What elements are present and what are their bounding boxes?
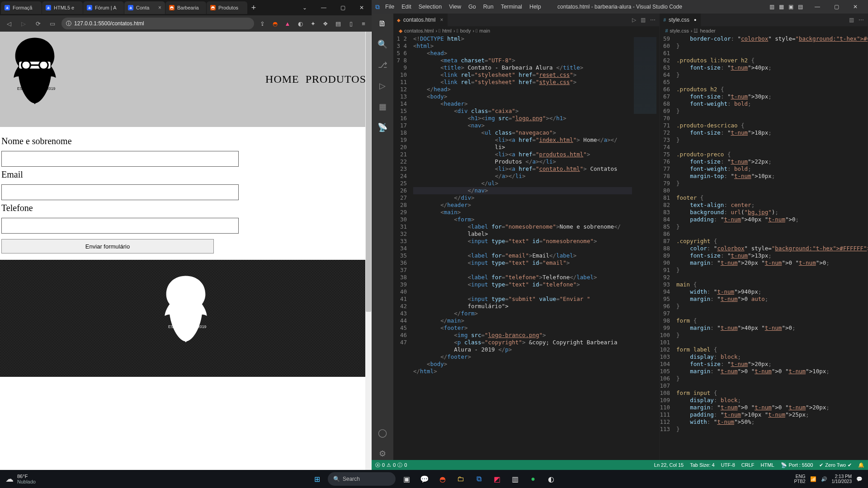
app-icon[interactable]: ◐ xyxy=(544,472,558,486)
minimize-button[interactable]: — xyxy=(315,1,333,14)
sidebar-icon[interactable]: ▤ xyxy=(334,19,343,28)
svg-text:2019: 2019 xyxy=(198,324,206,329)
intellij-icon[interactable]: ◩ xyxy=(490,472,504,486)
gear-icon[interactable]: ⚙ xyxy=(376,447,389,460)
submit-button[interactable]: Enviar formulário xyxy=(1,239,214,253)
layout-icon[interactable]: ▤ xyxy=(798,4,803,10)
close-icon[interactable]: × xyxy=(440,17,443,23)
account-icon[interactable]: ◯ xyxy=(376,427,389,439)
layout-icon[interactable]: ▦ xyxy=(779,4,784,10)
status-tabsize[interactable]: Tab Size: 4 xyxy=(690,462,714,468)
status-cursor[interactable]: Ln 22, Col 15 xyxy=(654,462,684,468)
new-tab-button[interactable]: + xyxy=(248,3,259,13)
language-indicator[interactable]: ENGPTB2 xyxy=(794,474,805,484)
close-button[interactable]: ✕ xyxy=(353,1,371,14)
input-email[interactable] xyxy=(1,184,239,200)
status-port[interactable]: 📡 Port : 5500 xyxy=(781,462,813,468)
wifi-icon[interactable]: 📶 xyxy=(810,476,816,482)
status-encoding[interactable]: UTF-8 xyxy=(721,462,735,468)
status-bell-icon[interactable]: 🔔 xyxy=(858,462,864,468)
share-icon[interactable]: ⇪ xyxy=(258,19,267,28)
taskbar-clock[interactable]: 2:13 PM1/10/2023 xyxy=(832,474,852,484)
menu-edit[interactable]: Edit xyxy=(401,4,411,10)
back-button[interactable]: ◁ xyxy=(4,18,14,29)
minimize-button[interactable]: — xyxy=(808,4,826,10)
reload-button[interactable]: ⟳ xyxy=(33,18,43,29)
maximize-button[interactable]: ▢ xyxy=(827,4,845,10)
extension-icon[interactable]: ◐ xyxy=(296,19,305,28)
search-icon[interactable]: 🔍 xyxy=(376,38,389,51)
nav-produtos[interactable]: PRODUTOS xyxy=(306,73,366,85)
explorer-icon[interactable]: 🗀 xyxy=(453,472,468,486)
status-language[interactable]: HTML xyxy=(761,462,774,468)
extensions-icon[interactable]: ▦ xyxy=(376,100,389,113)
taskbar-weather[interactable]: ☁ 86°FNublado xyxy=(0,474,36,484)
editor-tab[interactable]: ◆contatos.html× xyxy=(393,14,448,26)
vscode-icon[interactable]: ⧉ xyxy=(472,472,486,486)
menu-icon[interactable]: ≡ xyxy=(359,19,368,28)
browser-tab[interactable]: ◓Barbearia xyxy=(165,1,206,14)
browser-tab[interactable]: aFórum | A xyxy=(83,1,124,14)
run-icon[interactable]: ▷ xyxy=(632,17,636,23)
menu-terminal[interactable]: Terminal xyxy=(501,4,522,10)
evernote-icon[interactable]: ● xyxy=(526,472,540,486)
menu-run[interactable]: Run xyxy=(483,4,494,10)
editor-tab[interactable]: #style.css xyxy=(660,14,701,26)
forward-button[interactable]: ▷ xyxy=(18,18,29,29)
browser-tab[interactable]: ◓Produtos xyxy=(207,1,247,14)
menu-go[interactable]: Go xyxy=(468,4,476,10)
extensions-icon[interactable]: ✦ xyxy=(308,19,317,28)
close-button[interactable]: ✕ xyxy=(846,4,864,10)
browser-tab[interactable]: aFormaçã xyxy=(1,1,42,14)
input-nome[interactable] xyxy=(1,151,239,167)
wallet-icon[interactable]: ▯ xyxy=(346,19,355,28)
rewards-icon[interactable]: ▲ xyxy=(283,19,292,28)
split-editor-icon[interactable]: ▥ xyxy=(849,17,854,23)
address-bar[interactable]: ⓘ 127.0.0.1:5500/contatos.html xyxy=(61,18,254,29)
split-editor-icon[interactable]: ▥ xyxy=(641,17,646,23)
menu-help[interactable]: Help xyxy=(529,4,541,10)
notion-icon[interactable]: ▥ xyxy=(508,472,522,486)
caret-down-icon[interactable]: ⌄ xyxy=(296,1,314,14)
explorer-icon[interactable]: 🗎 xyxy=(376,17,389,30)
maximize-button[interactable]: ▢ xyxy=(334,1,352,14)
browser-tab[interactable]: aHTML5 e xyxy=(42,1,83,14)
close-icon[interactable]: × xyxy=(158,5,161,11)
status-ext[interactable]: ✔ Zero Two ✔ xyxy=(819,462,852,468)
menu-selection[interactable]: Selection xyxy=(419,4,442,10)
start-button[interactable]: ⊞ xyxy=(310,472,324,486)
vscode-logo-icon: ⧉ xyxy=(375,3,380,11)
bookmark-icon[interactable]: ▭ xyxy=(47,18,58,29)
status-eol[interactable]: CRLF xyxy=(741,462,755,468)
live-server-icon[interactable]: 📡 xyxy=(376,121,389,134)
more-icon[interactable]: ⋯ xyxy=(650,17,656,23)
notifications-icon[interactable]: 💬 xyxy=(856,476,863,482)
input-telefone[interactable] xyxy=(1,218,239,234)
windows-taskbar: ☁ 86°FNublado ⊞ 🔍Search ▣ 💬 ◓ 🗀 ⧉ ◩ ▥ ● … xyxy=(0,470,868,488)
code-editor-css[interactable]: 59 60 61 62 63 64 65 66 67 68 69 70 71 7… xyxy=(660,35,868,460)
system-tray: ENGPTB2 📶 🔊 2:13 PM1/10/2023 💬 xyxy=(794,474,868,484)
teams-icon[interactable]: 💬 xyxy=(417,472,432,486)
vscode-window: ⧉ FileEditSelectionViewGoRunTerminalHelp… xyxy=(372,0,868,470)
menu-file[interactable]: File xyxy=(385,4,394,10)
task-view-icon[interactable]: ▣ xyxy=(399,472,414,486)
breadcrumb[interactable]: ◆contatos.html › ⃞ html › ⃞ body › ⃞ mai… xyxy=(393,26,659,35)
puzzle-icon[interactable]: ❖ xyxy=(321,19,330,28)
breadcrumb[interactable]: #style.css › ☳ header xyxy=(660,26,868,35)
minimap[interactable] xyxy=(632,35,659,460)
source-control-icon[interactable]: ⎇ xyxy=(376,59,389,71)
code-editor-html[interactable]: 1 2 3 4 5 6 7 8 9 10 11 12 13 14 15 16 1… xyxy=(393,35,659,460)
more-icon[interactable]: ⋯ xyxy=(859,17,864,23)
layout-icon[interactable]: ▣ xyxy=(788,4,793,10)
browser-tab-active[interactable]: aConta× xyxy=(124,1,165,14)
page-scrollbar[interactable] xyxy=(365,32,372,470)
status-errors[interactable]: ⓧ 0 ⚠ 0 ⓘ 0 xyxy=(375,462,407,469)
brave-icon[interactable]: ◓ xyxy=(435,472,450,486)
menu-view[interactable]: View xyxy=(449,4,461,10)
brave-shield-icon[interactable]: ◓ xyxy=(270,19,279,28)
run-debug-icon[interactable]: ▷ xyxy=(376,80,389,92)
taskbar-search[interactable]: 🔍Search xyxy=(328,472,396,486)
nav-home[interactable]: HOME xyxy=(265,73,299,85)
volume-icon[interactable]: 🔊 xyxy=(821,476,827,482)
layout-icon[interactable]: ▥ xyxy=(769,4,774,10)
